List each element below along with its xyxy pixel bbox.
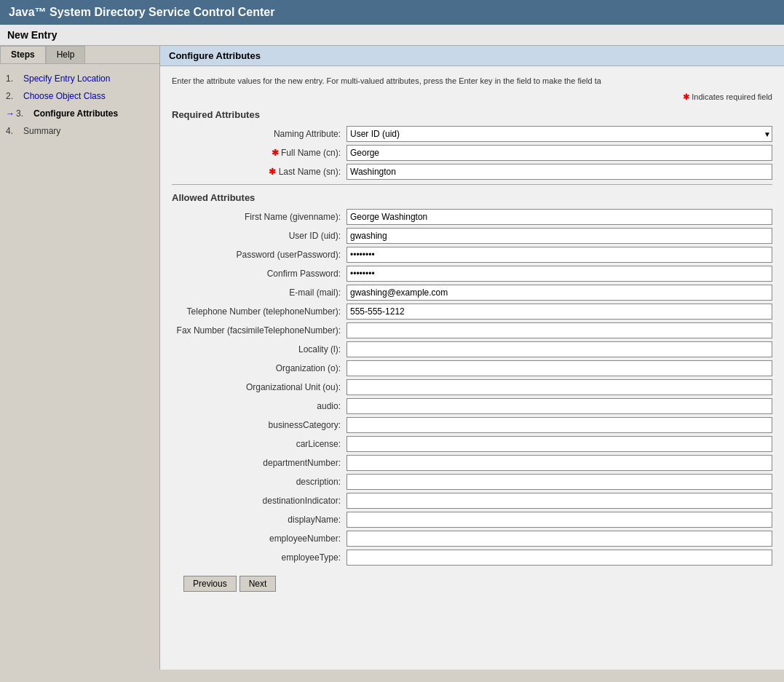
- previous-button[interactable]: Previous: [183, 576, 237, 592]
- allowed-field-input-17[interactable]: [347, 531, 772, 547]
- allowed-field-row-11: businessCategory:: [172, 417, 772, 433]
- allowed-field-row-9: Organizational Unit (ou):: [172, 379, 772, 395]
- allowed-field-label-8: Organization (o):: [172, 363, 347, 373]
- allowed-field-row-16: displayName:: [172, 512, 772, 528]
- allowed-field-input-9[interactable]: [347, 379, 772, 395]
- allowed-field-input-0[interactable]: [347, 209, 772, 225]
- allowed-field-label-15: destinationIndicator:: [172, 496, 347, 506]
- last-name-required-star: ✱: [269, 167, 278, 177]
- allowed-field-input-12[interactable]: [347, 436, 772, 452]
- right-panel: Configure Attributes Enter the attribute…: [160, 46, 784, 670]
- next-button[interactable]: Next: [239, 576, 277, 592]
- allowed-field-input-14[interactable]: [347, 474, 772, 490]
- allowed-field-input-1[interactable]: [347, 228, 772, 244]
- allowed-field-row-12: carLicense:: [172, 436, 772, 452]
- allowed-field-row-4: E-mail (mail):: [172, 285, 772, 301]
- allowed-section-title: Allowed Attributes: [172, 192, 772, 205]
- allowed-field-label-2: Password (userPassword):: [172, 250, 347, 260]
- app-header: Java™ System Directory Service Control C…: [0, 0, 784, 25]
- allowed-field-label-0: First Name (givenname):: [172, 212, 347, 222]
- page-title-bar: New Entry: [0, 25, 784, 46]
- description-text: Enter the attribute values for the new e…: [172, 72, 772, 90]
- full-name-label: ✱ Full Name (cn):: [172, 148, 347, 158]
- allowed-field-label-1: User ID (uid):: [172, 231, 347, 241]
- allowed-field-label-17: employeeNumber:: [172, 534, 347, 544]
- allowed-field-row-15: destinationIndicator:: [172, 493, 772, 509]
- allowed-field-label-14: description:: [172, 477, 347, 487]
- config-title: Configure Attributes: [169, 50, 261, 61]
- naming-attribute-select[interactable]: User ID (uid) Full Name (cn) Last Name (…: [347, 126, 772, 142]
- allowed-field-row-3: Confirm Password:: [172, 266, 772, 282]
- allowed-field-label-16: displayName:: [172, 515, 347, 525]
- step-label-3: Configure Attributes: [33, 108, 118, 119]
- allowed-field-row-7: Locality (l):: [172, 341, 772, 357]
- step-number-2: 2.: [6, 91, 23, 101]
- step-item-4: 4. Summary: [0, 122, 159, 140]
- left-panel: Steps Help 1. Specify Entry Location 2. …: [0, 46, 160, 670]
- allowed-field-row-1: User ID (uid):: [172, 228, 772, 244]
- allowed-field-input-18[interactable]: [347, 550, 772, 566]
- last-name-row: ✱ Last Name (sn):: [172, 164, 772, 180]
- step-number-1: 1.: [6, 74, 23, 84]
- tab-steps[interactable]: Steps: [0, 46, 46, 63]
- allowed-field-label-13: departmentNumber:: [172, 458, 347, 468]
- allowed-field-label-10: audio:: [172, 401, 347, 411]
- allowed-field-input-10[interactable]: [347, 398, 772, 414]
- step-label-2[interactable]: Choose Object Class: [23, 91, 106, 101]
- naming-attribute-select-wrapper: User ID (uid) Full Name (cn) Last Name (…: [347, 126, 772, 142]
- allowed-field-input-8[interactable]: [347, 360, 772, 376]
- allowed-field-input-2[interactable]: [347, 247, 772, 263]
- allowed-field-label-9: Organizational Unit (ou):: [172, 382, 347, 392]
- allowed-field-input-15[interactable]: [347, 493, 772, 509]
- allowed-field-row-0: First Name (givenname):: [172, 209, 772, 225]
- step-arrow-3: →: [6, 108, 15, 119]
- tabs-container: Steps Help: [0, 46, 159, 64]
- allowed-fields-container: First Name (givenname):User ID (uid):Pas…: [172, 209, 772, 566]
- full-name-input[interactable]: [347, 145, 772, 161]
- allowed-field-label-7: Locality (l):: [172, 344, 347, 354]
- allowed-field-row-5: Telephone Number (telephoneNumber):: [172, 304, 772, 320]
- full-name-required-star: ✱: [272, 148, 281, 158]
- step-item-3: → 3. Configure Attributes: [0, 105, 159, 122]
- tab-help[interactable]: Help: [46, 46, 86, 63]
- allowed-field-input-11[interactable]: [347, 417, 772, 433]
- allowed-field-label-3: Confirm Password:: [172, 269, 347, 279]
- required-section-title: Required Attributes: [172, 109, 772, 122]
- allowed-field-input-4[interactable]: [347, 285, 772, 301]
- step-label-1[interactable]: Specify Entry Location: [23, 74, 110, 84]
- allowed-field-input-3[interactable]: [347, 266, 772, 282]
- full-name-row: ✱ Full Name (cn):: [172, 145, 772, 161]
- allowed-field-input-7[interactable]: [347, 341, 772, 357]
- allowed-field-input-13[interactable]: [347, 455, 772, 471]
- step-number-3: 3.: [16, 108, 33, 119]
- required-indicator-text: Indicates required field: [692, 92, 772, 101]
- step-label-4: Summary: [23, 126, 60, 136]
- allowed-field-row-18: employeeType:: [172, 550, 772, 566]
- footer-buttons: Previous Next: [172, 568, 772, 599]
- allowed-field-label-4: E-mail (mail):: [172, 288, 347, 298]
- step-number-4: 4.: [6, 126, 23, 136]
- allowed-field-row-13: departmentNumber:: [172, 455, 772, 471]
- section-divider: [172, 184, 772, 185]
- naming-attribute-row: Naming Attribute: User ID (uid) Full Nam…: [172, 126, 772, 142]
- allowed-field-row-10: audio:: [172, 398, 772, 414]
- allowed-field-row-6: Fax Number (facsimileTelephoneNumber):: [172, 322, 772, 338]
- last-name-label: ✱ Last Name (sn):: [172, 167, 347, 177]
- last-name-input[interactable]: [347, 164, 772, 180]
- step-item-1: 1. Specify Entry Location: [0, 70, 159, 87]
- required-star: ✱: [683, 92, 689, 101]
- naming-attribute-label: Naming Attribute:: [172, 129, 347, 139]
- allowed-field-label-18: employeeType:: [172, 552, 347, 563]
- allowed-field-row-2: Password (userPassword):: [172, 247, 772, 263]
- config-body: Enter the attribute values for the new e…: [160, 66, 784, 605]
- steps-list: 1. Specify Entry Location 2. Choose Obje…: [0, 64, 159, 146]
- app-title: Java™ System Directory Service Control C…: [9, 6, 274, 18]
- allowed-field-input-6[interactable]: [347, 322, 772, 338]
- allowed-field-row-17: employeeNumber:: [172, 531, 772, 547]
- allowed-field-row-14: description:: [172, 474, 772, 490]
- allowed-field-label-6: Fax Number (facsimileTelephoneNumber):: [172, 325, 347, 336]
- page-title: New Entry: [7, 29, 57, 41]
- allowed-field-input-5[interactable]: [347, 304, 772, 320]
- allowed-field-row-8: Organization (o):: [172, 360, 772, 376]
- allowed-field-input-16[interactable]: [347, 512, 772, 528]
